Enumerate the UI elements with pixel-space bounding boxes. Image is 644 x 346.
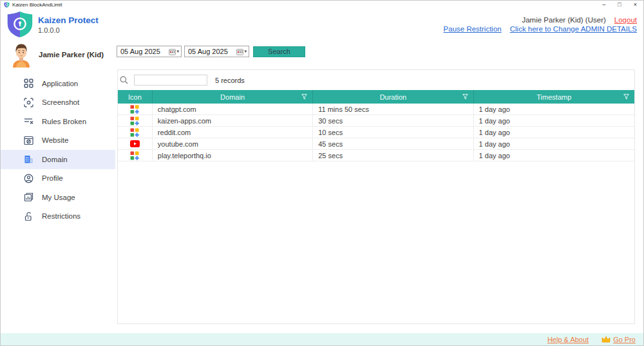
sidebar-item-label: Profile xyxy=(42,174,63,182)
domain-cell: reddit.com xyxy=(153,127,313,138)
google-apps-icon xyxy=(118,115,153,126)
table-header: Icon Domain Duration Timestamp xyxy=(118,90,634,104)
open-lock-icon xyxy=(24,212,33,221)
youtube-icon xyxy=(118,138,153,149)
go-pro-link[interactable]: Go Pro xyxy=(613,336,636,343)
sidebar-item-label: My Usage xyxy=(42,194,75,201)
filter-funnel-icon[interactable] xyxy=(301,94,307,100)
domain-cell: youtube.com xyxy=(153,138,313,149)
sidebar-item-label: Application xyxy=(42,80,78,87)
google-apps-icon xyxy=(118,104,153,114)
duration-cell: 30 secs xyxy=(313,115,473,126)
rules-broken-icon xyxy=(24,116,33,126)
google-apps-icon xyxy=(118,150,153,161)
sidebar-item-label: Restrictions xyxy=(42,212,80,220)
building-icon xyxy=(24,154,33,164)
help-about-link[interactable]: Help & About xyxy=(547,336,589,343)
date-from-value: 05 Aug 2025 xyxy=(120,48,169,55)
calendar-icon xyxy=(236,48,243,55)
google-apps-icon xyxy=(118,127,153,138)
app-header: Kaizen Protect 1.0.0.0 Jamie Parker (Kid… xyxy=(1,9,643,40)
table-row[interactable]: chatgpt.com 11 mins 50 secs 1 day ago xyxy=(118,104,634,115)
sidebar-item-screenshot[interactable]: Screenshot xyxy=(1,93,115,113)
sidebar-item-application[interactable]: Application xyxy=(1,74,115,93)
timestamp-cell: 1 day ago xyxy=(474,150,634,161)
app-name: Kaizen Protect xyxy=(38,15,99,25)
sidebar-item-website[interactable]: Website xyxy=(1,131,115,150)
duration-cell: 25 secs xyxy=(313,150,473,161)
sidebar-item-my-usage[interactable]: My Usage xyxy=(1,188,115,207)
duration-cell: 45 secs xyxy=(313,138,473,149)
profile-name: Jamie Parker (Kid) xyxy=(39,51,104,59)
profile-summary: Jamie Parker (Kid) xyxy=(1,42,115,68)
logged-in-user-label: Jamie Parker (Kid) (User) xyxy=(522,16,605,24)
sidebar-nav: Application Screenshot R xyxy=(1,74,115,226)
date-to-value: 05 Aug 2025 xyxy=(188,48,236,55)
sidebar-item-profile[interactable]: Profile xyxy=(1,169,115,188)
timestamp-cell: 1 day ago xyxy=(474,104,634,114)
sidebar-item-label: Domain xyxy=(42,156,68,163)
crown-icon xyxy=(601,336,611,343)
avatar xyxy=(8,42,34,68)
person-icon xyxy=(24,174,33,183)
maximize-button[interactable]: □ xyxy=(618,2,621,8)
search-icon xyxy=(120,76,128,84)
dropdown-arrow-icon: ▾ xyxy=(244,49,247,54)
date-filter-row: 05 Aug 2025 ▾ 05 Aug 2025 ▾ Search xyxy=(117,46,643,57)
table-row[interactable]: kaizen-apps.com 30 secs 1 day ago xyxy=(118,115,634,127)
change-admin-details-link[interactable]: Click here to Change ADMIN DETAILS xyxy=(510,25,637,33)
sidebar-item-rules-broken[interactable]: Rules Broken xyxy=(1,112,115,131)
window-titlebar: Kaizen BlockAndLimit – □ × xyxy=(1,1,643,9)
table-row[interactable]: play.teleporthq.io 25 secs 1 day ago xyxy=(118,150,634,161)
apps-grid-icon xyxy=(24,78,33,88)
column-header-timestamp[interactable]: Timestamp xyxy=(474,90,634,104)
window-title: Kaizen BlockAndLimit xyxy=(12,2,62,8)
logout-link[interactable]: Logout xyxy=(614,16,637,24)
sidebar-item-label: Website xyxy=(42,136,68,144)
usage-report-icon xyxy=(24,192,33,202)
footer-bar: Help & About Go Pro xyxy=(1,333,643,346)
dropdown-arrow-icon: ▾ xyxy=(176,49,179,54)
sidebar-item-label: Rules Broken xyxy=(42,118,86,125)
table-row[interactable]: youtube.com 45 secs 1 day ago xyxy=(118,138,634,150)
timestamp-cell: 1 day ago xyxy=(474,127,634,138)
close-button[interactable]: × xyxy=(634,2,637,8)
table-row[interactable]: reddit.com 10 secs 1 day ago xyxy=(118,127,634,138)
main-content: 05 Aug 2025 ▾ 05 Aug 2025 ▾ Search xyxy=(115,40,643,333)
duration-cell: 11 mins 50 secs xyxy=(313,104,473,114)
records-count-label: 5 records xyxy=(215,77,245,84)
sidebar-item-restrictions[interactable]: Restrictions xyxy=(1,207,115,226)
app-version: 1.0.0.0 xyxy=(38,26,99,34)
minimize-button[interactable]: – xyxy=(602,2,605,8)
website-icon xyxy=(24,136,33,145)
grid-filter-input[interactable] xyxy=(134,75,207,86)
filter-funnel-icon[interactable] xyxy=(462,94,468,100)
sidebar-item-label: Screenshot xyxy=(42,98,79,106)
column-header-icon[interactable]: Icon xyxy=(118,90,153,104)
pause-restriction-link[interactable]: Pause Restriction xyxy=(444,25,502,33)
screenshot-icon xyxy=(24,98,33,107)
domain-cell: play.teleporthq.io xyxy=(153,150,313,161)
date-to-picker[interactable]: 05 Aug 2025 ▾ xyxy=(184,46,249,57)
timestamp-cell: 1 day ago xyxy=(474,115,634,126)
sidebar-item-domain[interactable]: Domain xyxy=(1,150,115,169)
filter-funnel-icon[interactable] xyxy=(623,94,629,100)
timestamp-cell: 1 day ago xyxy=(474,138,634,149)
duration-cell: 10 secs xyxy=(313,127,473,138)
domain-cell: chatgpt.com xyxy=(153,104,313,114)
date-from-picker[interactable]: 05 Aug 2025 ▾ xyxy=(117,46,182,57)
domain-cell: kaizen-apps.com xyxy=(153,115,313,126)
calendar-icon xyxy=(169,48,176,55)
app-shield-icon xyxy=(4,2,10,8)
app-logo-shield-icon xyxy=(6,11,34,38)
search-button[interactable]: Search xyxy=(253,46,305,57)
column-header-domain[interactable]: Domain xyxy=(153,90,313,104)
sidebar: Jamie Parker (Kid) Application xyxy=(1,40,115,333)
grid-search-row: 5 records xyxy=(118,70,634,90)
domain-grid-panel: 5 records Icon Domain Duration xyxy=(117,69,635,324)
column-header-duration[interactable]: Duration xyxy=(313,90,473,104)
